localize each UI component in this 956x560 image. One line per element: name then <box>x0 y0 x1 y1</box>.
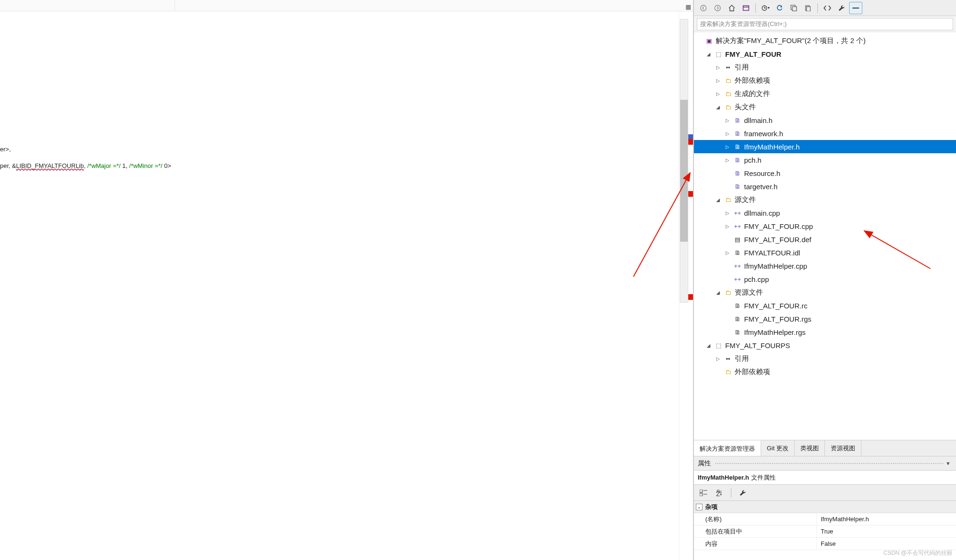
properties-toolbar: AZ <box>694 485 956 501</box>
svg-rect-9 <box>852 8 859 9</box>
code-text-area[interactable]: er>, per, &LIBID_FMYALTFOURLib, /*wMajor… <box>0 11 679 560</box>
file-node[interactable]: ▤FMY_ALT_FOUR.def <box>694 233 956 246</box>
cpp-file-icon: ++ <box>733 261 742 271</box>
svg-rect-3 <box>743 6 749 10</box>
header-file-icon: 🗎 <box>733 168 742 178</box>
vertical-scrollbar[interactable] <box>680 19 688 303</box>
property-row[interactable]: 包括在项目中True <box>694 525 956 538</box>
file-node[interactable]: 🗎FMY_ALT_FOUR.rgs <box>694 312 956 325</box>
rgs-file-icon: 🗎 <box>733 314 742 324</box>
references-icon: ▪▪ <box>723 62 733 72</box>
filter-icon: 🗀 <box>723 288 733 297</box>
collapse-icon[interactable]: - <box>696 504 702 510</box>
file-node[interactable]: 🗎Resource.h <box>694 166 956 180</box>
refresh-button[interactable] <box>773 2 786 14</box>
back-button[interactable] <box>697 2 710 14</box>
properties-grid[interactable]: -杂项 (名称)IfmyMathHelper.h 包括在项目中True 内容Fa… <box>694 501 956 560</box>
references-node[interactable]: ▷▪▪引用 <box>694 352 956 365</box>
header-file-icon: 🗎 <box>733 142 742 151</box>
properties-button[interactable] <box>835 2 848 14</box>
solution-tree[interactable]: ▣解决方案"FMY_ALT_FOUR"(2 个项目，共 2 个) ◢⬚FMY_A… <box>694 32 956 440</box>
code-editor-pane: ▦ er>, per, &LIBID_FMYALTFOURLib, /*wMaj… <box>0 0 693 560</box>
alphabetical-button[interactable]: AZ <box>713 487 726 499</box>
show-all-files-button[interactable] <box>801 2 815 14</box>
svg-rect-6 <box>792 7 797 11</box>
categorized-button[interactable] <box>697 487 710 499</box>
header-file-icon: 🗎 <box>733 129 742 138</box>
toolbar-separator <box>755 3 756 13</box>
generated-files-node[interactable]: ▷🗀生成的文件 <box>694 87 956 100</box>
file-node[interactable]: ++IfmyMathHelper.cpp <box>694 259 956 272</box>
tab-resource-view[interactable]: 资源视图 <box>825 440 861 456</box>
property-pages-button[interactable] <box>736 487 749 499</box>
file-node[interactable]: ▷🗎framework.h <box>694 127 956 140</box>
file-node[interactable]: ▷++dllmain.cpp <box>694 206 956 219</box>
folder-icon: 🗀 <box>723 367 733 376</box>
file-node-selected[interactable]: ▷🗎IfmyMathHelper.h <box>694 140 956 153</box>
solution-icon: ▣ <box>704 36 714 45</box>
folder-icon: 🗀 <box>723 76 733 85</box>
def-file-icon: ▤ <box>733 235 742 244</box>
error-marker <box>688 191 693 197</box>
header-files-node[interactable]: ◢🗀头文件 <box>694 100 956 114</box>
pin-icon[interactable]: ▾ <box>944 460 952 467</box>
external-deps-node[interactable]: 🗀外部依赖项 <box>694 365 956 378</box>
svg-point-2 <box>715 5 720 11</box>
file-node[interactable]: ▷🗎dllmain.h <box>694 114 956 127</box>
properties-panel: 属性 ▾ IfmyMathHelper.h 文件属性 AZ -杂项 (名称)If… <box>694 456 956 560</box>
references-node[interactable]: ▷▪▪引用 <box>694 61 956 74</box>
forward-button[interactable] <box>711 2 724 14</box>
filter-icon: 🗀 <box>723 195 733 204</box>
external-deps-node[interactable]: ▷🗀外部依赖项 <box>694 74 956 87</box>
panel-tabs: 解决方案资源管理器 Git 更改 类视图 资源视图 <box>694 440 956 456</box>
file-node[interactable]: ++pch.cpp <box>694 272 956 286</box>
cpp-file-icon: ++ <box>733 274 742 284</box>
header-file-icon: 🗎 <box>733 182 742 191</box>
project-node[interactable]: ◢⬚FMY_ALT_FOUR <box>694 47 956 61</box>
home-button[interactable] <box>725 2 738 14</box>
pending-changes-button[interactable]: ▾ <box>759 2 772 14</box>
search-row <box>694 16 956 32</box>
header-file-icon: 🗎 <box>733 115 742 125</box>
error-marker <box>688 139 693 145</box>
split-grip-icon[interactable]: ▦ <box>684 2 693 11</box>
collapse-all-button[interactable] <box>787 2 800 14</box>
header-file-icon: 🗎 <box>733 155 742 165</box>
folder-icon: 🗀 <box>723 89 733 98</box>
svg-rect-8 <box>807 7 810 11</box>
svg-point-1 <box>701 5 706 11</box>
idl-file-icon: 🗎 <box>733 248 742 257</box>
tab-solution-explorer[interactable]: 解决方案资源管理器 <box>694 440 761 456</box>
file-node[interactable]: ▷🗎pch.h <box>694 153 956 166</box>
svg-rect-11 <box>700 490 702 492</box>
view-code-button[interactable] <box>821 2 834 14</box>
source-files-node[interactable]: ◢🗀源文件 <box>694 193 956 206</box>
scrollbar-thumb[interactable] <box>680 100 688 242</box>
rgs-file-icon: 🗎 <box>733 327 742 337</box>
solution-explorer-pane: ▾ ▣解决方案"FMY_ALT_FOUR"(2 个项目，共 2 个) ◢⬚FMY… <box>693 0 956 560</box>
editor-scope-combo[interactable] <box>0 0 175 11</box>
svg-rect-12 <box>700 493 702 496</box>
project-icon: ⬚ <box>714 341 723 350</box>
solution-node[interactable]: ▣解决方案"FMY_ALT_FOUR"(2 个项目，共 2 个) <box>694 34 956 47</box>
property-row[interactable]: 内容False <box>694 538 956 550</box>
editor-member-combo[interactable] <box>175 0 693 11</box>
category-row[interactable]: -杂项 <box>694 501 956 513</box>
header-grip[interactable] <box>715 463 944 464</box>
references-icon: ▪▪ <box>723 354 733 363</box>
file-node[interactable]: 🗎targetver.h <box>694 180 956 193</box>
project-node[interactable]: ◢⬚FMY_ALT_FOURPS <box>694 339 956 352</box>
switch-view-button[interactable] <box>739 2 753 14</box>
search-input[interactable] <box>697 18 953 30</box>
resource-files-node[interactable]: ◢🗀资源文件 <box>694 286 956 299</box>
file-node[interactable]: 🗎IfmyMathHelper.rgs <box>694 325 956 339</box>
tab-class-view[interactable]: 类视图 <box>795 440 825 456</box>
property-row[interactable]: (名称)IfmyMathHelper.h <box>694 513 956 525</box>
file-node[interactable]: ▷++FMY_ALT_FOUR.cpp <box>694 219 956 233</box>
tab-git-changes[interactable]: Git 更改 <box>761 440 795 456</box>
preview-button[interactable] <box>849 2 862 14</box>
file-node[interactable]: 🗎FMY_ALT_FOUR.rc <box>694 299 956 312</box>
rc-file-icon: 🗎 <box>733 301 742 310</box>
file-node[interactable]: ▷🗎FMYALTFOUR.idl <box>694 246 956 259</box>
cpp-file-icon: ++ <box>733 208 742 218</box>
